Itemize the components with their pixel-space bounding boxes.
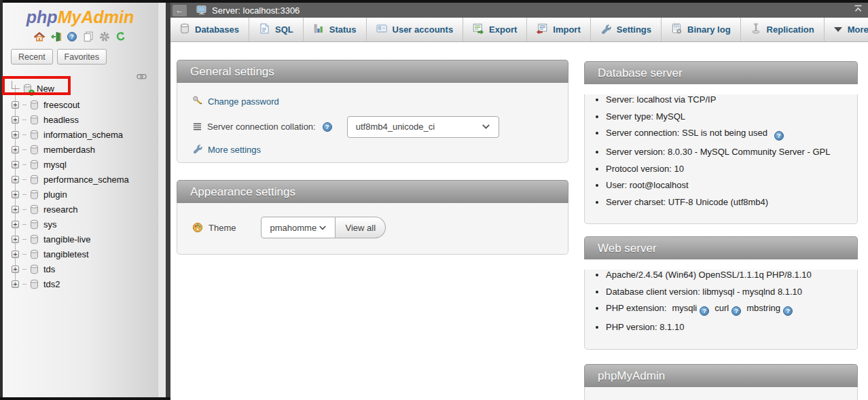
list-item: Database client version: libmysql - mysq… bbox=[606, 287, 857, 297]
tree-item-database[interactable]: + performance_schema bbox=[3, 172, 158, 187]
sidebar-quick-buttons: Recent Favorites bbox=[11, 49, 107, 65]
php-extension-link[interactable]: mbstring bbox=[746, 303, 780, 313]
server-breadcrumb-bar: ← Server: localhost:3306 bbox=[170, 3, 868, 18]
collation-help-icon[interactable]: ? bbox=[323, 122, 332, 132]
expand-icon[interactable]: + bbox=[12, 221, 19, 228]
tab-import[interactable]: Import bbox=[527, 18, 590, 41]
wrench-icon bbox=[192, 143, 202, 156]
expand-icon[interactable]: + bbox=[12, 101, 19, 109]
tree-item-label: information_schema bbox=[42, 130, 123, 140]
tree-item-label: tds2 bbox=[42, 279, 60, 289]
database-icon bbox=[30, 249, 39, 259]
import-icon bbox=[537, 23, 547, 36]
view-all-button[interactable]: View all bbox=[336, 217, 386, 238]
tab-label: Binary log bbox=[687, 24, 731, 35]
sidebar-resize-handle[interactable] bbox=[158, 3, 166, 397]
list-item-text: Server connection: SSL is not being used bbox=[606, 128, 767, 138]
tree-item-database[interactable]: + mysql bbox=[3, 157, 158, 172]
scroll-top-icon[interactable] bbox=[854, 5, 863, 15]
content-area: General settings Change password Server … bbox=[170, 42, 868, 400]
tree-item-label: performance_schema bbox=[42, 175, 129, 185]
tree-item-label: memberdash bbox=[42, 145, 95, 155]
expand-icon[interactable]: + bbox=[12, 206, 19, 213]
tree-item-database[interactable]: + plugin bbox=[3, 187, 158, 202]
expand-icon[interactable]: + bbox=[12, 280, 19, 288]
home-icon[interactable] bbox=[34, 31, 46, 42]
tree-item-database[interactable]: + tds2 bbox=[3, 276, 158, 291]
tree-branch-line bbox=[22, 120, 26, 120]
theme-select[interactable]: pmahomme bbox=[261, 217, 336, 238]
tree-item-database[interactable]: + tds bbox=[3, 261, 158, 276]
tab-label: Import bbox=[553, 24, 580, 35]
tree-branch-line bbox=[22, 224, 26, 225]
sql-icon bbox=[259, 23, 270, 36]
tree-item-label: research bbox=[42, 204, 78, 215]
php-extension-link[interactable]: mysqli bbox=[672, 303, 697, 313]
tab-export[interactable]: Export bbox=[463, 18, 527, 41]
more-settings-link[interactable]: More settings bbox=[208, 145, 261, 155]
phpmyadmin-logo[interactable]: phpMyAdmin bbox=[3, 7, 158, 27]
tab-sql[interactable]: SQL bbox=[249, 18, 304, 41]
expand-icon[interactable]: + bbox=[12, 131, 19, 139]
expand-icon[interactable]: + bbox=[12, 191, 19, 198]
ssl-help-icon[interactable]: ? bbox=[774, 131, 784, 141]
palette-icon bbox=[192, 222, 203, 233]
logo-myadmin-text: MyAdmin bbox=[58, 7, 134, 26]
tree-item-label: tangible-live bbox=[42, 234, 90, 244]
expand-icon[interactable]: + bbox=[12, 116, 19, 124]
gear-icon[interactable] bbox=[99, 31, 111, 42]
expand-icon[interactable]: + bbox=[12, 266, 19, 273]
expand-icon[interactable]: + bbox=[12, 146, 19, 153]
recent-button[interactable]: Recent bbox=[11, 49, 53, 65]
docs-icon[interactable] bbox=[83, 31, 94, 42]
caret-down-icon bbox=[834, 27, 842, 32]
tab-status[interactable]: Status bbox=[304, 18, 367, 41]
logout-icon[interactable] bbox=[50, 31, 62, 42]
change-password-icon bbox=[192, 95, 202, 107]
tree-item-database[interactable]: + memberdash bbox=[3, 142, 158, 157]
panel-title: phpMyAdmin bbox=[584, 364, 858, 387]
panel-title: General settings bbox=[177, 60, 568, 83]
tree-item-label: tangibletest bbox=[42, 249, 89, 259]
mysqli-help-icon[interactable]: ? bbox=[700, 306, 709, 316]
change-password-link[interactable]: Change password bbox=[208, 96, 279, 107]
refresh-icon[interactable] bbox=[115, 31, 127, 42]
back-button[interactable]: ← bbox=[173, 5, 187, 16]
tab-settings[interactable]: Settings bbox=[591, 18, 662, 41]
tab-user-accounts[interactable]: User accounts bbox=[367, 18, 464, 41]
binary-log-icon bbox=[671, 23, 682, 36]
database-icon bbox=[30, 189, 39, 200]
window-bottom-border bbox=[0, 397, 170, 400]
list-item: Server connection: SSL is not being used… bbox=[606, 128, 857, 141]
help-icon[interactable]: ? bbox=[67, 31, 78, 42]
tree-item-database[interactable]: + tangible-live bbox=[3, 232, 158, 247]
tree-branch-line bbox=[22, 149, 26, 150]
annotation-highlight-box bbox=[2, 76, 71, 95]
curl-help-icon[interactable]: ? bbox=[731, 306, 741, 316]
tab-more[interactable]: More bbox=[825, 18, 868, 41]
tree-item-database[interactable]: + research bbox=[3, 202, 158, 217]
tab-binary-log[interactable]: Binary log bbox=[662, 18, 741, 41]
expand-icon[interactable]: + bbox=[12, 236, 19, 243]
tree-item-database[interactable]: + headless bbox=[3, 112, 158, 127]
tree-item-database[interactable]: + information_schema bbox=[3, 127, 158, 142]
tab-label: Export bbox=[489, 24, 517, 35]
favorites-button[interactable]: Favorites bbox=[57, 49, 107, 65]
expand-icon[interactable]: + bbox=[12, 161, 19, 168]
tree-item-database[interactable]: + tangibletest bbox=[3, 247, 158, 261]
collation-select[interactable]: utf8mb4_unicode_ci bbox=[347, 116, 499, 138]
tab-databases[interactable]: Databases bbox=[170, 18, 249, 41]
list-item: Server charset: UTF-8 Unicode (utf8mb4) bbox=[606, 197, 857, 207]
expand-icon[interactable]: + bbox=[12, 176, 19, 183]
expand-icon[interactable]: + bbox=[12, 251, 19, 258]
mbstring-help-icon[interactable]: ? bbox=[783, 306, 793, 316]
export-icon bbox=[473, 23, 484, 36]
tab-replication[interactable]: Replication bbox=[741, 18, 825, 41]
user-accounts-icon bbox=[376, 23, 387, 36]
tree-item-database[interactable]: + freescout bbox=[3, 97, 158, 112]
list-item: Server: localhost via TCP/IP bbox=[606, 94, 857, 105]
php-extension-link[interactable]: curl bbox=[715, 303, 729, 313]
tree-item-database[interactable]: + sys bbox=[3, 217, 158, 232]
window-top-border bbox=[0, 0, 868, 3]
tree-branch-line bbox=[22, 269, 26, 270]
